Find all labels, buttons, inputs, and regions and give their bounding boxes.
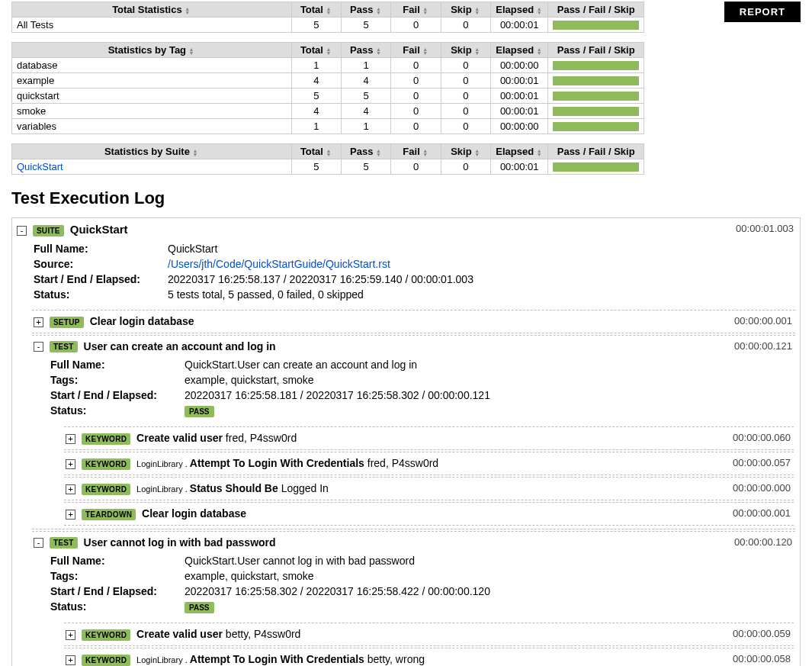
test-meta: Full Name:QuickStart.User can create an … xyxy=(34,354,794,425)
stat-skip: 0 xyxy=(441,18,490,33)
collapse-icon[interactable]: - xyxy=(17,226,27,236)
stat-graph xyxy=(548,159,644,175)
expand-icon[interactable]: + xyxy=(66,655,75,665)
meta-value: 20220317 16:25:58.181 / 20220317 16:25:5… xyxy=(185,389,794,401)
stat-graph xyxy=(548,88,644,104)
keyword-elapsed: 00:00:00.060 xyxy=(733,432,791,443)
collapse-icon[interactable]: - xyxy=(34,538,43,548)
meta-value: 20220317 16:25:58.302 / 20220317 16:25:5… xyxy=(185,585,794,597)
meta-value: 5 tests total, 5 passed, 0 failed, 0 ski… xyxy=(168,288,795,301)
setup-row[interactable]: + SETUP Clear login database 00:00:00.00… xyxy=(34,314,794,330)
col-header-total[interactable]: Total xyxy=(291,43,341,58)
meta-label: Status: xyxy=(34,288,168,301)
stat-name: All Tests xyxy=(12,18,292,33)
log-heading: Test Execution Log xyxy=(11,188,801,208)
table-row: quickstart550000:00:01 xyxy=(12,88,644,104)
keyword-lib: LoginLibrary . xyxy=(136,459,190,468)
expand-icon[interactable]: + xyxy=(34,317,43,327)
stat-pass: 4 xyxy=(342,73,391,88)
keyword-lib: LoginLibrary . xyxy=(136,655,190,664)
col-header-graph: Pass / Fail / Skip xyxy=(548,144,644,159)
col-header-fail[interactable]: Fail xyxy=(391,144,441,159)
meta-value: PASS xyxy=(185,600,794,613)
keyword-args: betty, wrong xyxy=(367,653,425,665)
keyword-name: Clear login database xyxy=(142,507,246,520)
test-row[interactable]: - TEST User cannot log in with bad passw… xyxy=(34,535,794,551)
status-badge: PASS xyxy=(185,406,214,417)
expand-icon[interactable]: + xyxy=(66,630,75,640)
setup-elapsed: 00:00:00.001 xyxy=(734,315,792,327)
col-header-skip[interactable]: Skip xyxy=(441,144,490,159)
col-header-name[interactable]: Total Statistics xyxy=(12,2,292,18)
expand-icon[interactable]: + xyxy=(66,510,75,520)
stat-fail: 0 xyxy=(391,88,441,104)
stat-fail: 0 xyxy=(391,58,441,73)
keyword-name: Create valid user xyxy=(136,628,223,640)
source-link[interactable]: /Users/jth/Code/QuickStartGuide/QuickSta… xyxy=(168,258,795,270)
expand-icon[interactable]: + xyxy=(66,484,75,494)
stat-elapsed: 00:00:01 xyxy=(491,88,548,104)
keyword-elapsed: 00:00:00.000 xyxy=(733,482,791,494)
keyword-row[interactable]: + TEARDOWN Clear login database 00:00:00… xyxy=(66,506,792,522)
stat-skip: 0 xyxy=(441,159,490,175)
test-row[interactable]: - TEST User can create an account and lo… xyxy=(34,339,794,355)
meta-label: Source: xyxy=(34,258,168,270)
col-header-elapsed[interactable]: Elapsed xyxy=(491,2,548,18)
col-header-pass[interactable]: Pass xyxy=(342,2,391,18)
expand-icon[interactable]: + xyxy=(66,434,75,444)
suite-meta: Full Name:QuickStart Source:/Users/jth/C… xyxy=(17,238,795,308)
col-header-name[interactable]: Statistics by Suite xyxy=(12,144,292,159)
meta-label: Start / End / Elapsed: xyxy=(34,273,168,285)
col-header-elapsed[interactable]: Elapsed xyxy=(491,43,548,58)
col-header-pass[interactable]: Pass xyxy=(342,144,391,159)
stat-fail: 0 xyxy=(391,18,441,33)
report-button[interactable]: REPORT xyxy=(724,2,801,22)
meta-value: example, quickstart, smoke xyxy=(185,374,794,386)
stat-name: variables xyxy=(12,119,292,134)
stat-elapsed: 00:00:01 xyxy=(491,73,548,88)
stat-skip: 0 xyxy=(441,73,490,88)
stat-skip: 0 xyxy=(441,119,490,134)
col-header-pass[interactable]: Pass xyxy=(342,43,391,58)
stat-skip: 0 xyxy=(441,88,490,104)
keyword-row[interactable]: + KEYWORD LoginLibrary . Status Should B… xyxy=(66,481,792,497)
test-name: User cannot log in with bad password xyxy=(84,536,276,549)
suite-statistics-table: Statistics by Suite Total Pass Fail Skip… xyxy=(11,143,644,175)
col-header-name[interactable]: Statistics by Tag xyxy=(12,43,292,58)
col-header-elapsed[interactable]: Elapsed xyxy=(491,144,548,159)
col-header-fail[interactable]: Fail xyxy=(391,2,441,18)
col-header-total[interactable]: Total xyxy=(291,2,341,18)
stat-elapsed: 00:00:00 xyxy=(491,119,548,134)
keyword-row[interactable]: + KEYWORD Create valid user betty, P4ssw… xyxy=(66,626,792,642)
expand-icon[interactable]: + xyxy=(66,459,75,469)
keyword-row[interactable]: + KEYWORD Create valid user fred, P4ssw0… xyxy=(66,430,792,446)
keyword-name: Attempt To Login With Credentials xyxy=(190,653,364,665)
col-header-total[interactable]: Total xyxy=(291,144,341,159)
keyword-badge: KEYWORD xyxy=(82,629,130,641)
col-header-fail[interactable]: Fail xyxy=(391,43,441,58)
col-header-skip[interactable]: Skip xyxy=(441,43,490,58)
keyword-elapsed: 00:00:00.057 xyxy=(733,457,791,468)
stat-graph xyxy=(548,119,644,134)
stat-total: 1 xyxy=(291,58,341,73)
keyword-elapsed: 00:00:00.001 xyxy=(733,507,791,519)
stat-total: 5 xyxy=(291,88,341,104)
keyword-row[interactable]: + KEYWORD LoginLibrary . Attempt To Logi… xyxy=(66,455,792,471)
keyword-badge: KEYWORD xyxy=(82,655,130,666)
suite-badge: SUITE xyxy=(33,225,64,236)
collapse-icon[interactable]: - xyxy=(34,342,43,352)
meta-value: QuickStart.User cannot log in with bad p… xyxy=(185,555,794,567)
keyword-args: Logged In xyxy=(281,482,329,494)
keyword-args: betty, P4ssw0rd xyxy=(226,628,301,640)
stat-skip: 0 xyxy=(441,58,490,73)
col-header-skip[interactable]: Skip xyxy=(441,2,490,18)
suite-row[interactable]: - SUITE QuickStart 00:00:01.003 xyxy=(17,221,795,238)
keyword-row[interactable]: + KEYWORD LoginLibrary . Attempt To Logi… xyxy=(66,652,792,666)
test-badge: TEST xyxy=(50,341,78,352)
meta-label: Tags: xyxy=(50,374,185,386)
meta-label: Status: xyxy=(50,404,185,417)
keyword-elapsed: 00:00:00.059 xyxy=(733,628,791,639)
keyword-badge: KEYWORD xyxy=(82,484,130,495)
suite-link[interactable]: QuickStart xyxy=(17,161,63,172)
table-row: QuickStart550000:00:01 xyxy=(12,159,644,175)
